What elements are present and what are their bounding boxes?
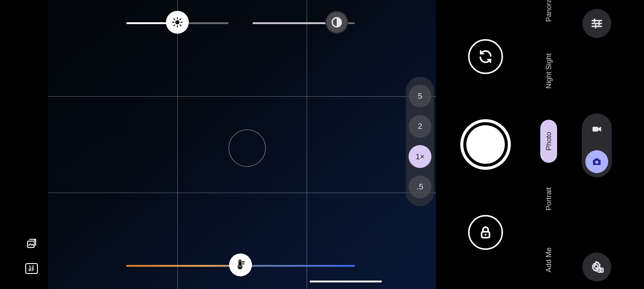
svg-point-0 xyxy=(176,21,179,24)
zoom-label: 5 xyxy=(418,92,422,101)
svg-line-8 xyxy=(180,19,181,20)
capture-controls xyxy=(460,0,511,289)
focus-ring[interactable] xyxy=(228,129,266,167)
zoom-label: 2 xyxy=(418,122,422,131)
shadow-slider[interactable] xyxy=(253,22,355,24)
viewfinder[interactable] xyxy=(48,0,436,289)
lock-focus-button[interactable] xyxy=(468,215,503,250)
camera-app: 5 2 1× .5 12 MP xyxy=(0,0,644,289)
switch-camera-button[interactable] xyxy=(468,39,503,74)
mode-panorama[interactable]: Panorama xyxy=(544,0,553,26)
video-mode-button[interactable] xyxy=(585,118,608,141)
svg-line-5 xyxy=(174,19,175,20)
wb-cool-track xyxy=(241,265,355,267)
gesture-bar[interactable] xyxy=(310,281,382,282)
zoom-option-5x[interactable]: 5 xyxy=(409,85,431,107)
camera-icon xyxy=(591,156,603,167)
zoom-option-0_5x[interactable]: .5 xyxy=(409,176,431,198)
grid-line xyxy=(177,0,178,289)
photo-mode-button[interactable] xyxy=(585,150,608,173)
adjustments-button[interactable] xyxy=(582,9,611,38)
white-balance-thumb[interactable] xyxy=(229,253,252,276)
white-balance-slider[interactable] xyxy=(126,265,355,267)
lock-icon xyxy=(478,225,493,240)
utility-controls xyxy=(573,0,621,289)
grid-line xyxy=(48,193,436,193)
zoom-option-1x[interactable]: 1× xyxy=(409,145,431,168)
settings-button[interactable] xyxy=(582,253,611,281)
brightness-slider[interactable] xyxy=(126,22,228,24)
shutter-button[interactable] xyxy=(460,119,511,170)
gallery-icon xyxy=(26,238,37,249)
resolution-unit: MP xyxy=(29,269,35,272)
settings-camera-icon xyxy=(590,260,604,274)
thermometer-icon xyxy=(235,259,247,271)
svg-point-16 xyxy=(485,234,486,236)
zoom-label: .5 xyxy=(417,182,423,191)
sliders-icon xyxy=(590,17,604,30)
left-badges: 12 MP xyxy=(25,238,38,274)
slider-track xyxy=(253,22,337,24)
mode-add-me[interactable]: Add Me xyxy=(544,244,553,276)
svg-point-10 xyxy=(239,266,241,268)
gallery-button[interactable] xyxy=(26,238,38,250)
resolution-badge[interactable]: 12 MP xyxy=(25,263,38,274)
mode-photo[interactable]: Photo xyxy=(540,120,557,163)
mode-selector[interactable]: Panorama Night Sight Photo Portrait Add … xyxy=(540,0,558,289)
zoom-label: 1× xyxy=(416,152,425,161)
brightness-icon xyxy=(171,16,183,28)
svg-rect-23 xyxy=(593,127,598,132)
zoom-option-2x[interactable]: 2 xyxy=(409,115,431,138)
flip-camera-icon xyxy=(478,49,493,64)
mode-night-sight[interactable]: Night Sight xyxy=(544,50,553,92)
grid-line xyxy=(307,0,307,289)
svg-point-25 xyxy=(594,265,598,268)
zoom-selector: 5 2 1× .5 xyxy=(406,77,434,206)
svg-rect-11 xyxy=(240,261,241,266)
wb-warm-track xyxy=(126,265,241,267)
shadow-thumb[interactable] xyxy=(325,11,348,34)
svg-point-24 xyxy=(595,160,598,163)
video-icon xyxy=(591,123,603,135)
brightness-thumb[interactable] xyxy=(166,11,189,34)
mode-portrait[interactable]: Portrait xyxy=(544,184,553,214)
contrast-icon xyxy=(331,16,343,28)
photo-video-toggle xyxy=(582,113,612,177)
svg-line-6 xyxy=(180,25,181,26)
grid-line xyxy=(48,96,436,97)
svg-line-7 xyxy=(174,25,175,26)
